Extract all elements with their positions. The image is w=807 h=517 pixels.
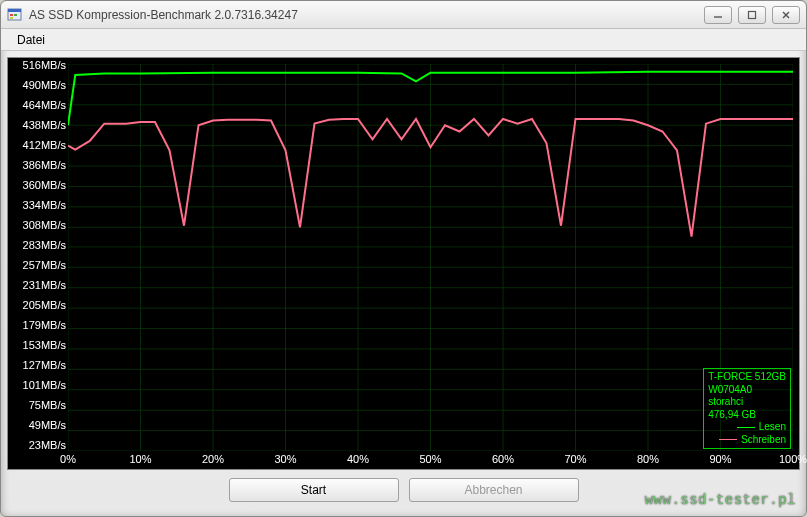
y-tick-label: 153MB/s	[10, 340, 66, 351]
y-tick-label: 49MB/s	[10, 420, 66, 431]
x-tick-label: 10%	[129, 453, 151, 465]
legend-write-label: Schreiben	[741, 434, 786, 447]
x-tick-label: 70%	[564, 453, 586, 465]
y-tick-label: 360MB/s	[10, 180, 66, 191]
y-axis-labels: 516MB/s490MB/s464MB/s438MB/s412MB/s386MB…	[10, 60, 66, 451]
legend-box: T-FORCE 512GB W0704A0 storahci 476,94 GB…	[703, 368, 791, 449]
window-title: AS SSD Kompression-Benchmark 2.0.7316.34…	[29, 8, 704, 22]
y-tick-label: 257MB/s	[10, 260, 66, 271]
start-button[interactable]: Start	[229, 478, 399, 502]
y-tick-label: 490MB/s	[10, 80, 66, 91]
menubar: Datei	[1, 29, 806, 51]
y-tick-label: 205MB/s	[10, 300, 66, 311]
button-bar: Start Abbrechen	[1, 478, 806, 506]
svg-rect-6	[749, 11, 756, 18]
legend-write: Schreiben	[708, 434, 786, 447]
legend-write-swatch	[719, 439, 737, 440]
x-tick-label: 100%	[779, 453, 807, 465]
y-tick-label: 516MB/s	[10, 60, 66, 71]
legend-firmware: W0704A0	[708, 384, 786, 397]
x-tick-label: 90%	[709, 453, 731, 465]
legend-read-label: Lesen	[759, 421, 786, 434]
svg-rect-2	[10, 14, 13, 16]
y-tick-label: 179MB/s	[10, 320, 66, 331]
data-lines	[68, 64, 793, 451]
app-icon	[7, 7, 23, 23]
legend-capacity: 476,94 GB	[708, 409, 786, 422]
svg-rect-4	[10, 17, 13, 19]
titlebar: AS SSD Kompression-Benchmark 2.0.7316.34…	[1, 1, 806, 29]
svg-rect-1	[8, 9, 21, 12]
maximize-button[interactable]	[738, 6, 766, 24]
y-tick-label: 438MB/s	[10, 120, 66, 131]
x-tick-label: 50%	[419, 453, 441, 465]
y-tick-label: 464MB/s	[10, 100, 66, 111]
y-tick-label: 231MB/s	[10, 280, 66, 291]
x-tick-label: 20%	[202, 453, 224, 465]
y-tick-label: 101MB/s	[10, 380, 66, 391]
y-tick-label: 386MB/s	[10, 160, 66, 171]
y-tick-label: 23MB/s	[10, 440, 66, 451]
y-tick-label: 75MB/s	[10, 400, 66, 411]
y-tick-label: 412MB/s	[10, 140, 66, 151]
legend-read-swatch	[737, 427, 755, 428]
close-button[interactable]	[772, 6, 800, 24]
x-tick-label: 60%	[492, 453, 514, 465]
app-window: AS SSD Kompression-Benchmark 2.0.7316.34…	[0, 0, 807, 517]
y-tick-label: 127MB/s	[10, 360, 66, 371]
legend-read: Lesen	[708, 421, 786, 434]
legend-driver: storahci	[708, 396, 786, 409]
y-tick-label: 283MB/s	[10, 240, 66, 251]
chart-area: 516MB/s490MB/s464MB/s438MB/s412MB/s386MB…	[7, 57, 800, 470]
window-controls	[704, 6, 800, 24]
x-tick-label: 40%	[347, 453, 369, 465]
svg-rect-3	[14, 14, 17, 16]
x-axis-labels: 0%10%20%30%40%50%60%70%80%90%100%	[68, 453, 793, 467]
x-tick-label: 0%	[60, 453, 76, 465]
menu-file[interactable]: Datei	[9, 31, 53, 49]
minimize-button[interactable]	[704, 6, 732, 24]
legend-device: T-FORCE 512GB	[708, 371, 786, 384]
plot-area	[68, 64, 793, 451]
y-tick-label: 308MB/s	[10, 220, 66, 231]
abort-button[interactable]: Abbrechen	[409, 478, 579, 502]
y-tick-label: 334MB/s	[10, 200, 66, 211]
x-tick-label: 30%	[274, 453, 296, 465]
x-tick-label: 80%	[637, 453, 659, 465]
